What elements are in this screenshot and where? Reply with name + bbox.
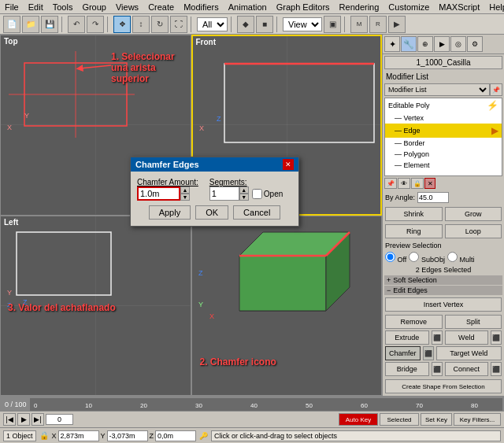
viewport-left[interactable]: Left Y Z Z — [0, 216, 191, 397]
cancel-button[interactable]: Cancel — [233, 205, 280, 220]
x-coord-input[interactable] — [58, 430, 99, 441]
seg-spin-up[interactable]: ▲ — [239, 186, 249, 194]
menu-customize[interactable]: Customize — [384, 2, 434, 13]
preview-off-label[interactable]: Off — [385, 252, 406, 264]
seg-spin-down[interactable]: ▼ — [239, 194, 249, 201]
preview-subobj-label[interactable]: SubObj — [409, 252, 445, 264]
render-setup[interactable]: R — [369, 16, 387, 33]
modifier-pin-icon[interactable]: 📌 — [490, 83, 502, 96]
grow-button[interactable]: Grow — [445, 207, 502, 221]
lock-icon[interactable]: 🔒 — [39, 431, 49, 440]
new-btn[interactable]: 📄 — [3, 16, 20, 33]
chamfer-amount-input[interactable] — [137, 186, 180, 201]
menu-graph-editors[interactable]: Graph Editors — [272, 2, 335, 13]
apply-button[interactable]: Apply — [149, 205, 191, 220]
preview-multi-radio[interactable] — [447, 252, 458, 262]
save-btn[interactable]: 💾 — [41, 16, 58, 33]
connect-button[interactable]: Connect — [445, 362, 489, 376]
y-coord-input[interactable] — [107, 430, 148, 441]
edit-edges-header[interactable]: − Edit Edges — [384, 286, 502, 295]
menu-file[interactable]: File — [0, 2, 24, 13]
render-btn[interactable]: ▶ — [388, 16, 406, 33]
move-btn[interactable]: ↕ — [132, 16, 150, 33]
rotate-btn[interactable]: ↻ — [151, 16, 169, 33]
stack-delete-btn[interactable]: ✕ — [424, 178, 435, 189]
extrude-button[interactable]: Extrude — [385, 330, 429, 345]
view-select[interactable]: View — [283, 17, 322, 31]
weld-settings-icon[interactable]: ⬛ — [491, 330, 502, 345]
menu-edit[interactable]: Edit — [24, 2, 48, 13]
mirror-btn[interactable]: ◆ — [237, 16, 254, 33]
mod-editable-poly[interactable]: Editable Poly ⚡ — [385, 98, 502, 113]
set-key-btn[interactable]: Set Key — [421, 413, 452, 426]
mod-edge[interactable]: — Edge ▶ — [385, 124, 502, 138]
stack-show-btn[interactable]: 👁 — [398, 178, 410, 189]
menu-tools[interactable]: Tools — [48, 2, 78, 13]
ring-button[interactable]: Ring — [385, 224, 443, 238]
shrink-button[interactable]: Shrink — [385, 207, 443, 221]
view-btn2[interactable]: ▣ — [324, 16, 341, 33]
split-button[interactable]: Split — [445, 315, 502, 329]
stack-pin-btn[interactable]: 📌 — [384, 178, 397, 189]
segments-input[interactable] — [209, 186, 239, 201]
viewport-perspective[interactable]: Perspective X Y Z — [191, 216, 383, 397]
select-btn[interactable]: ❖ — [113, 16, 131, 33]
mod-element[interactable]: — Element — [385, 160, 502, 171]
ok-button[interactable]: OK — [195, 205, 228, 220]
next-frame-btn[interactable]: ▶| — [32, 413, 44, 426]
menu-create[interactable]: Create — [143, 2, 179, 13]
preview-multi-label[interactable]: Multi — [447, 252, 475, 264]
connect-settings-icon[interactable]: ⬛ — [491, 362, 502, 376]
auto-key-btn[interactable]: Auto Key — [339, 413, 378, 426]
create-icon[interactable]: ✦ — [384, 36, 400, 52]
undo-btn[interactable]: ↶ — [68, 16, 85, 33]
selected-mode-btn[interactable]: Selected — [380, 413, 419, 426]
current-frame-input[interactable] — [46, 414, 73, 425]
scale-btn[interactable]: ⛶ — [170, 16, 187, 33]
soft-selection-header[interactable]: + Soft Selection — [384, 275, 502, 285]
target-weld-button[interactable]: Target Weld — [436, 346, 502, 360]
preview-off-radio[interactable] — [385, 252, 395, 262]
extrude-settings-icon[interactable]: ⬛ — [432, 330, 443, 345]
chamfer-button[interactable]: Chamfer — [385, 346, 421, 360]
remove-button[interactable]: Remove — [385, 315, 443, 329]
menu-maxscript[interactable]: MAXScript — [434, 2, 484, 13]
selection-filter[interactable]: All — [197, 17, 228, 31]
bridge-settings-icon[interactable]: ⬛ — [432, 362, 443, 376]
open-btn[interactable]: 📁 — [22, 16, 39, 33]
motion-icon[interactable]: ▶ — [434, 36, 450, 52]
spin-down[interactable]: ▼ — [180, 194, 190, 201]
key-filters-btn[interactable]: Key Filters... — [454, 413, 501, 426]
by-angle-input[interactable] — [417, 192, 449, 203]
redo-btn[interactable]: ↷ — [87, 16, 104, 33]
mod-vertex[interactable]: — Vertex — [385, 113, 502, 124]
menu-animation[interactable]: Animation — [224, 2, 272, 13]
timeline-inner[interactable]: 0 10 20 30 40 50 60 70 80 90 — [30, 398, 502, 411]
prev-frame-btn[interactable]: |◀ — [3, 413, 16, 426]
utility-icon[interactable]: ⚙ — [467, 36, 483, 52]
object-name-box[interactable]: 1_1000_Casilla — [384, 56, 502, 69]
play-btn[interactable]: ▶ — [17, 413, 30, 426]
mat-editor[interactable]: M — [350, 16, 368, 33]
spin-up[interactable]: ▲ — [180, 186, 190, 194]
chamfer-settings-icon[interactable]: ⬛ — [423, 346, 434, 360]
weld-button[interactable]: Weld — [445, 330, 489, 345]
menu-group[interactable]: Group — [77, 2, 111, 13]
align-btn[interactable]: ■ — [256, 16, 273, 33]
menu-views[interactable]: Views — [111, 2, 143, 13]
modify-icon[interactable]: 🔧 — [401, 36, 417, 52]
hierarchy-icon[interactable]: ⊕ — [417, 36, 433, 52]
loop-button[interactable]: Loop — [445, 224, 502, 238]
mod-border[interactable]: — Border — [385, 138, 502, 149]
open-checkbox[interactable] — [252, 189, 262, 199]
menu-modifiers[interactable]: Modifiers — [179, 2, 224, 13]
z-coord-input[interactable] — [155, 430, 196, 441]
mod-polygon[interactable]: — Polygon — [385, 149, 502, 160]
insert-vertex-button[interactable]: Insert Vertex — [385, 297, 502, 312]
preview-subobj-radio[interactable] — [409, 252, 419, 262]
create-shape-button[interactable]: Create Shape From Selection — [385, 379, 502, 393]
menu-rendering[interactable]: Rendering — [335, 2, 384, 13]
dialog-close-button[interactable]: ✕ — [283, 159, 294, 170]
stack-lock-btn[interactable]: 🔒 — [411, 178, 424, 189]
modifier-dropdown[interactable]: Modifier List — [384, 83, 490, 96]
